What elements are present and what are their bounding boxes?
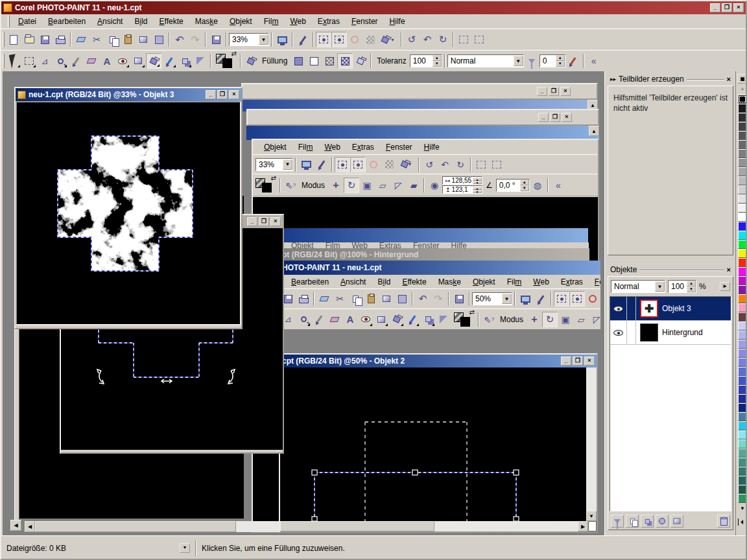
- shape-tool[interactable]: [374, 312, 389, 327]
- color-swatch[interactable]: [738, 458, 747, 467]
- undo-button[interactable]: ↶: [172, 32, 187, 47]
- color-swatch[interactable]: [738, 240, 747, 249]
- docker-close-icon[interactable]: ×: [727, 75, 731, 83]
- winf-zoom-combo[interactable]: 50%▼: [472, 292, 512, 305]
- scroll-left-button[interactable]: ◀: [10, 520, 21, 531]
- eyedropper-tool[interactable]: [68, 53, 84, 69]
- mask-paint-mode-button[interactable]: [569, 291, 585, 307]
- rotate-right-button[interactable]: ↻: [453, 157, 468, 172]
- color-swatch[interactable]: [738, 204, 747, 213]
- color-swatch[interactable]: [738, 113, 747, 122]
- mask-tools-flyout[interactable]: ▼: [378, 32, 399, 47]
- duplicate-object-button[interactable]: [626, 515, 639, 528]
- menu-item[interactable]: Fenster: [380, 141, 418, 153]
- rotate-mode-button[interactable]: ↻: [542, 312, 558, 327]
- new-lens-button[interactable]: [656, 515, 669, 528]
- minimize-button[interactable]: _: [247, 217, 257, 226]
- color-swatch[interactable]: [738, 249, 747, 258]
- background-color[interactable]: [222, 58, 232, 68]
- docker-close-icon[interactable]: ×: [727, 266, 731, 274]
- toolbar-grip[interactable]: [3, 32, 5, 47]
- paint-tool[interactable]: [405, 312, 420, 327]
- color-swatch[interactable]: [738, 394, 747, 403]
- layer-thumbnail[interactable]: [640, 323, 658, 342]
- menu-item[interactable]: Extras: [555, 276, 589, 288]
- text-tool[interactable]: A: [342, 312, 358, 327]
- menu-item[interactable]: Objekt: [258, 141, 292, 153]
- maximize-button[interactable]: ❐: [217, 90, 228, 99]
- color-swatch[interactable]: [738, 231, 747, 240]
- menu-item[interactable]: Maske: [189, 16, 224, 27]
- menu-item[interactable]: Extras: [346, 141, 380, 153]
- cut-button[interactable]: ✂: [332, 291, 348, 307]
- pen-settings-button[interactable]: [295, 32, 311, 47]
- fg-bg-color-control[interactable]: ⇄: [255, 177, 275, 194]
- zoom-dropdown-arrow[interactable]: ▼: [259, 34, 268, 45]
- mask-invert-button[interactable]: [366, 157, 381, 172]
- color-swatch[interactable]: [738, 467, 747, 476]
- docker-collapse-icon[interactable]: ▸▸: [610, 76, 616, 82]
- menu-item[interactable]: Film: [292, 141, 319, 153]
- uniform-fill-button[interactable]: [290, 53, 306, 69]
- color-swatch[interactable]: [738, 222, 747, 231]
- new-button[interactable]: [6, 32, 21, 47]
- menu-item[interactable]: Ansicht: [335, 276, 372, 288]
- fullscreen-preview-button[interactable]: [274, 32, 290, 47]
- mask-tools-flyout[interactable]: ▼: [397, 157, 416, 172]
- color-swatch[interactable]: [738, 449, 747, 458]
- menu-item[interactable]: Objekt: [224, 16, 258, 27]
- rotation-center-button[interactable]: ◉: [427, 178, 442, 193]
- color-swatch[interactable]: [738, 376, 747, 385]
- scroll-left-button[interactable]: ◀: [25, 521, 35, 532]
- color-swatch[interactable]: [738, 439, 747, 449]
- object-pick-help-button[interactable]: ⇖?: [283, 178, 298, 193]
- eraser-tool[interactable]: [327, 312, 342, 327]
- paste-as-object-button[interactable]: [379, 291, 394, 307]
- antialias-button[interactable]: [565, 53, 581, 69]
- minimize-button[interactable]: _: [561, 356, 571, 366]
- mask-tool[interactable]: [21, 53, 37, 69]
- visibility-eye-icon[interactable]: [613, 306, 623, 312]
- color-swatch[interactable]: [738, 95, 747, 104]
- menu-item[interactable]: Web: [527, 276, 554, 288]
- red-eye-tool[interactable]: [358, 312, 374, 327]
- menu-item[interactable]: Ansicht: [91, 16, 128, 27]
- normal-mask-mode-button[interactable]: [316, 32, 331, 47]
- palette-expand-icon[interactable]: ⏴: [737, 519, 747, 528]
- docg-canvas[interactable]: ▼: [280, 368, 597, 521]
- color-swatch[interactable]: [738, 367, 747, 376]
- object-transparency-tool[interactable]: [177, 53, 193, 69]
- visibility-eye-icon[interactable]: [613, 330, 623, 336]
- mask-overlay-button[interactable]: [381, 157, 397, 172]
- color-swatch[interactable]: [738, 131, 747, 140]
- distort-mode-button[interactable]: ▰: [406, 178, 421, 193]
- delete-object-button[interactable]: [717, 515, 730, 528]
- angle-input[interactable]: 0,0 ° ▲▼: [496, 179, 530, 192]
- menu-item[interactable]: Hilfe: [418, 141, 445, 153]
- frame-back-button[interactable]: [489, 157, 504, 172]
- rotate-mode-button[interactable]: ↻: [344, 178, 359, 193]
- color-swatch[interactable]: [738, 258, 747, 267]
- color-swatch[interactable]: [738, 104, 747, 113]
- close-button[interactable]: ×: [560, 87, 571, 96]
- palette-scroll-down-icon[interactable]: ▼: [737, 506, 747, 513]
- color-swatch[interactable]: [738, 167, 747, 176]
- color-swatch[interactable]: [738, 303, 747, 312]
- normal-mask-mode-button[interactable]: [554, 291, 569, 307]
- color-swatch[interactable]: [738, 267, 747, 276]
- color-swatch[interactable]: [738, 149, 747, 158]
- position-mode-button[interactable]: +: [527, 312, 542, 327]
- close-button[interactable]: ×: [270, 217, 281, 226]
- layer-name[interactable]: Hintergrund: [662, 328, 703, 337]
- swap-colors-icon[interactable]: ⇄: [231, 50, 237, 57]
- skew-mode-button[interactable]: ▱: [375, 178, 390, 193]
- transparency-input[interactable]: 0 ▲▼: [540, 54, 565, 67]
- menu-item[interactable]: Fenster: [589, 276, 600, 288]
- skew-mode-button[interactable]: ▱: [573, 312, 589, 327]
- minimize-button[interactable]: _: [710, 3, 720, 12]
- object-pick-help-button[interactable]: ⇖?: [481, 312, 497, 327]
- frame-forward-button[interactable]: [456, 32, 471, 47]
- maximize-button[interactable]: ❐: [573, 356, 583, 366]
- collapse-propbar-button[interactable]: «: [551, 178, 566, 193]
- color-swatch[interactable]: [738, 349, 747, 358]
